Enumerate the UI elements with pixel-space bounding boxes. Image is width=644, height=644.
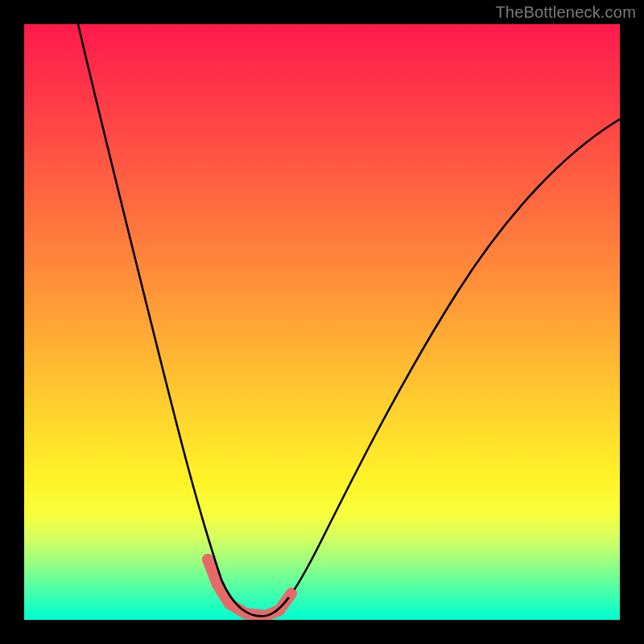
plot-area	[24, 24, 620, 620]
bottleneck-curve-path	[78, 24, 620, 616]
watermark-text: TheBottleneck.com	[495, 3, 636, 22]
svg-point-1	[287, 588, 296, 598]
svg-point-0	[202, 554, 213, 565]
chart-frame: TheBottleneck.com	[0, 0, 644, 644]
highlight-band	[208, 559, 291, 616]
curve-layer	[24, 24, 620, 620]
highlight-dots	[202, 554, 296, 598]
